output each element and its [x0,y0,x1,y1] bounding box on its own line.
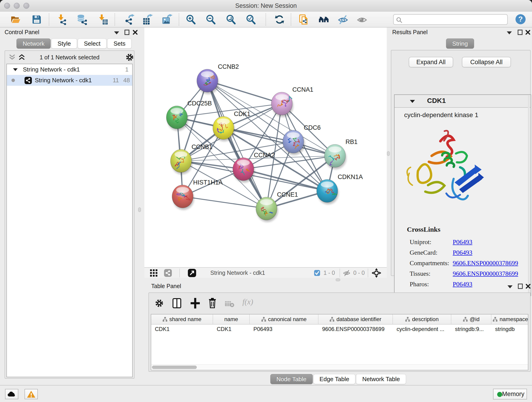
tab-select[interactable]: Select [78,38,107,49]
column-header-database-identifier[interactable]: database identifier [318,314,393,324]
scrollbar-thumb[interactable] [152,366,197,369]
help-icon[interactable]: ? [515,14,526,25]
copy-network-icon[interactable] [298,14,309,25]
collapse-entry-icon[interactable] [410,99,415,103]
zoom-out-icon[interactable] [205,14,216,25]
node-RB1[interactable]: RB1 [324,138,358,169]
node-CCNA1[interactable]: CCNA1 [271,86,313,117]
crosslink-link[interactable]: P06493 [453,249,472,256]
column-header-namespace[interactable]: namespace [491,314,528,324]
node-CCNE1[interactable]: CCNE1 [256,191,298,222]
export-table-icon[interactable] [142,14,153,25]
node-label-CDC6: CDC6 [304,124,321,131]
export-network-icon[interactable] [124,14,135,25]
export-image-icon[interactable] [162,14,173,25]
network-view-canvas[interactable]: CCNB2CCNA1CDC25BCDK1CDC6RB1CCNB1CCNA2CDK… [144,27,387,267]
crosslink-label: GeneCard: [410,249,453,256]
table-cell[interactable]: stringdb [491,325,528,334]
home-icon[interactable] [318,14,329,25]
left-splitter-handle[interactable] [138,207,141,212]
crosslink-label: Tissues: [410,270,453,277]
table-horizontal-scrollbar[interactable] [151,364,528,370]
crosslink-link[interactable]: 9606.ENSP00000378699 [453,270,518,277]
title-bar: Session: New Session [0,0,532,12]
column-header-name[interactable]: name [213,314,250,324]
memory-button[interactable]: Memory [493,389,527,400]
edge-HIST1H1A-CCNE1[interactable] [183,196,266,209]
table-options-gear-icon[interactable] [154,298,164,308]
zoom-selected-icon[interactable] [245,14,256,25]
node-CCNB1[interactable]: CCNB1 [171,143,213,174]
close-panel-icon[interactable] [525,283,531,289]
table-cell[interactable]: 9606.ENSP00000378699 [318,325,393,334]
table-cell[interactable]: P06493 [250,325,318,334]
import-network-icon[interactable] [57,14,68,25]
open-in-string-icon[interactable] [188,269,196,277]
node-HIST1H1A[interactable]: HIST1H1A [172,179,223,210]
fit-selected-crosshair-icon[interactable] [372,268,381,278]
column-header-description[interactable]: description [393,314,451,324]
node-CCNB2[interactable]: CCNB2 [197,63,239,94]
table-row[interactable]: CDK1CDK1P064939606.ENSP00000378699cyclin… [151,325,528,334]
search-input[interactable] [404,15,505,24]
tab-string[interactable]: String [446,38,474,49]
import-table-icon[interactable] [97,14,108,25]
table-cell[interactable]: cyclin-dependent ... [393,325,451,334]
tab-network-table[interactable]: Network Table [356,374,406,384]
network-row-selected[interactable]: String Network - cdk1 11 48 [7,75,132,86]
panel-menu-icon[interactable] [506,31,512,35]
float-panel-icon[interactable] [517,29,523,35]
node-CDC25B[interactable]: CDC25B [166,100,212,131]
gene-name: CDK1 [427,97,446,104]
statusbar-divider [368,269,368,277]
toolbar-separator [291,13,291,26]
collection-expander-icon[interactable] [13,68,18,71]
crosslink-link[interactable]: P06493 [453,238,472,246]
node-CDKN1A[interactable]: CDKN1A [317,173,363,204]
tab-network[interactable]: Network [17,38,51,49]
float-panel-icon[interactable] [518,283,523,289]
save-session-icon[interactable] [31,14,42,25]
column-header-canonical-name[interactable]: canonical name [250,314,318,324]
show-columns-icon[interactable] [172,298,181,308]
show-all-icon[interactable] [356,14,367,25]
string-network-graph[interactable]: CCNB2CCNA1CDC25BCDK1CDC6RB1CCNB1CCNA2CDK… [144,27,387,267]
network-collection-row[interactable]: String Network - cdk1 1 [7,64,132,75]
string-style-icon[interactable] [164,269,172,277]
results-scrollbar[interactable] [528,95,530,295]
cloud-status-button[interactable] [5,389,18,399]
close-panel-icon[interactable] [133,30,138,35]
tab-sets[interactable]: Sets [107,38,132,49]
column-header-@id[interactable]: @id [451,314,491,324]
collapse-all-button[interactable]: Collapse All [462,57,511,67]
zoom-in-icon[interactable] [185,14,196,25]
warnings-button[interactable] [25,389,38,399]
float-panel-icon[interactable] [124,29,130,35]
selected-checkbox-icon[interactable] [314,270,320,276]
open-session-icon[interactable] [10,14,21,25]
tab-node-table[interactable]: Node Table [270,374,313,384]
table-cell[interactable]: CDK1 [151,325,213,334]
panel-menu-icon[interactable] [114,31,120,35]
zoom-fit-icon[interactable] [225,14,236,25]
hidden-eye-icon [343,269,351,276]
tab-edge-table[interactable]: Edge Table [313,374,355,384]
node-table[interactable]: shared namenamecanonical namedatabase id… [151,314,528,370]
table-cell[interactable]: CDK1 [213,325,250,334]
tab-style[interactable]: Style [51,38,77,49]
import-network-from-database-icon[interactable] [76,14,88,25]
cdk1-card-header[interactable]: CDK1 [394,95,531,108]
hide-selected-icon[interactable] [337,14,348,25]
search-field[interactable] [393,14,508,25]
delete-column-icon[interactable] [208,298,217,308]
create-column-icon[interactable] [191,298,200,308]
expand-all-button[interactable]: Expand All [409,57,453,67]
network-options-gear-icon[interactable] [125,53,134,62]
crosslink-link[interactable]: 9606.ENSP00000378699 [453,259,518,267]
refresh-layout-icon[interactable] [274,14,285,25]
birds-eye-view-icon[interactable] [150,269,158,277]
column-header-shared-name[interactable]: shared name [151,314,213,324]
close-panel-icon[interactable] [525,30,531,35]
panel-menu-icon[interactable] [507,285,513,289]
table-cell[interactable]: stringdb:9... [451,325,491,334]
